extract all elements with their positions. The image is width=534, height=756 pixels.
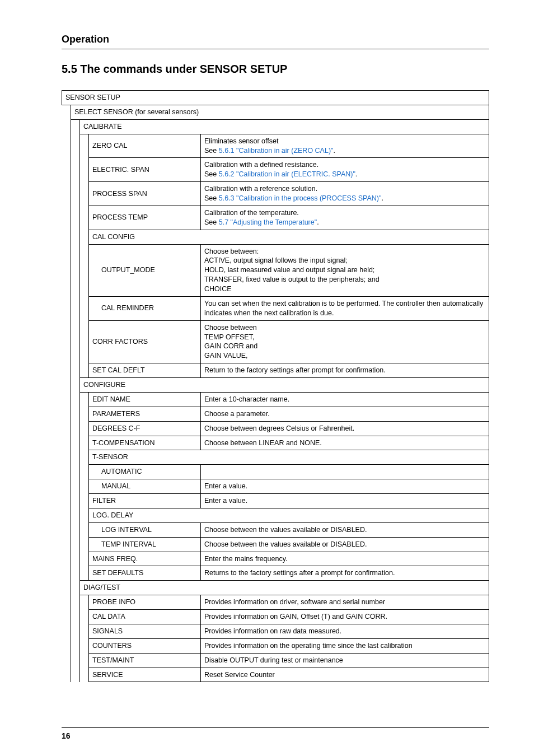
- table-row: DIAG/TEST: [62, 581, 489, 595]
- table-row: CAL CONFIG: [62, 230, 489, 244]
- cell-cal-data-desc: Provides information on GAIN, Offset (T)…: [201, 610, 489, 624]
- table-row: CORR FACTORS Choose between TEMP OFFSET,…: [62, 320, 489, 363]
- cell-log-delay: LOG. DELAY: [89, 508, 489, 522]
- indent-cell: [80, 392, 89, 580]
- table-row: LOG. DELAY: [62, 508, 489, 522]
- cell-process-temp: PROCESS TEMP: [89, 206, 201, 230]
- cell-parameters: PARAMETERS: [89, 407, 201, 421]
- cell-service: SERVICE: [89, 668, 201, 682]
- cell-cal-reminder: CAL REMINDER: [89, 296, 201, 320]
- cell-t-comp: T-COMPENSATION: [89, 436, 201, 450]
- cell-service-desc: Reset Service Counter: [201, 668, 489, 682]
- page-number: 16: [62, 731, 71, 740]
- text: Calibration with a reference solution.: [204, 185, 317, 193]
- table-wrap: SENSOR SETUP SELECT SENSOR (for several …: [62, 90, 489, 682]
- cell-manual-desc: Enter a value.: [201, 479, 489, 494]
- table-row: PROCESS TEMP Calibration of the temperat…: [62, 206, 489, 230]
- table-row: MAINS FREQ. Enter the mains frequency.: [62, 552, 489, 566]
- text: Calibration of the temperature.: [204, 209, 299, 217]
- text: .: [355, 170, 357, 178]
- cell-edit-name: EDIT NAME: [89, 392, 201, 407]
- top-rule: [62, 49, 489, 49]
- table-row: CAL DATA Provides information on GAIN, O…: [62, 610, 489, 624]
- indent-cell: [71, 119, 80, 682]
- text: See: [204, 170, 219, 178]
- cell-temp-interval: TEMP INTERVAL: [89, 537, 201, 552]
- table-row: EDIT NAME Enter a 10-character name.: [62, 392, 489, 407]
- table-row: ELECTRIC. SPAN Calibration with a define…: [62, 158, 489, 182]
- sensor-setup-table: SENSOR SETUP SELECT SENSOR (for several …: [62, 90, 489, 682]
- table-row: OUTPUT_MODE Choose between: ACTIVE, outp…: [62, 244, 489, 296]
- table-row: PARAMETERS Choose a parameter.: [62, 407, 489, 421]
- cell-electric-span-desc: Calibration with a defined resistance. S…: [201, 158, 489, 182]
- indent-cell: [80, 595, 89, 682]
- table-row: FILTER Enter a value.: [62, 494, 489, 508]
- link-electric-span[interactable]: 5.6.2 "Calibration in air (ELECTRIC. SPA…: [219, 170, 355, 178]
- link-process-temp[interactable]: 5.7 "Adjusting the Temperature": [219, 218, 317, 226]
- cell-set-cal-deflt: SET CAL DEFLT: [89, 363, 201, 378]
- indent-cell: [80, 134, 89, 377]
- table-row: AUTOMATIC: [62, 465, 489, 479]
- table-row: PROBE INFO Provides information on drive…: [62, 595, 489, 610]
- table-row: TEST/MAINT Disable OUTPUT during test or…: [62, 653, 489, 668]
- cell-log-interval: LOG INTERVAL: [89, 522, 201, 537]
- table-row: CONFIGURE: [62, 378, 489, 393]
- cell-output-mode: OUTPUT_MODE: [89, 244, 201, 296]
- cell-probe-info-desc: Provides information on driver, software…: [201, 595, 489, 610]
- link-zero-cal[interactable]: 5.6.1 "Calibration in air (ZERO CAL)": [219, 147, 334, 155]
- cell-zero-cal-desc: Eliminates sensor offset See 5.6.1 "Cali…: [201, 134, 489, 158]
- text: .: [334, 147, 335, 155]
- table-row: COUNTERS Provides information on the ope…: [62, 638, 489, 653]
- cell-test-maint-desc: Disable OUTPUT during test or maintenanc…: [201, 653, 489, 668]
- cell-process-temp-desc: Calibration of the temperature. See 5.7 …: [201, 206, 489, 230]
- table-row: LOG INTERVAL Choose between the values a…: [62, 522, 489, 537]
- bottom-rule: [62, 727, 489, 728]
- table-row: PROCESS SPAN Calibration with a referenc…: [62, 182, 489, 206]
- cell-corr-factors-desc: Choose between TEMP OFFSET, GAIN CORR an…: [201, 320, 489, 363]
- text: See: [204, 147, 219, 155]
- link-process-span[interactable]: 5.6.3 "Calibration in the process (PROCE…: [219, 194, 382, 202]
- table-row: MANUAL Enter a value.: [62, 479, 489, 494]
- text: .: [317, 218, 318, 226]
- cell-counters-desc: Provides information on the operating ti…: [201, 638, 489, 653]
- cell-degrees-cf-desc: Choose between degrees Celsius or Fahren…: [201, 421, 489, 436]
- cell-mains-freq-desc: Enter the mains frequency.: [201, 552, 489, 566]
- cell-cal-config: CAL CONFIG: [89, 230, 489, 244]
- table-row: SENSOR SETUP: [62, 91, 489, 105]
- running-head: Operation: [62, 34, 489, 45]
- cell-test-maint: TEST/MAINT: [89, 653, 201, 668]
- cell-set-cal-deflt-desc: Return to the factory settings after pro…: [201, 363, 489, 378]
- cell-filter-desc: Enter a value.: [201, 494, 489, 508]
- table-row: T-COMPENSATION Choose between LINEAR and…: [62, 436, 489, 450]
- cell-set-defaults: SET DEFAULTS: [89, 566, 201, 581]
- table-row: SIGNALS Provides information on raw data…: [62, 624, 489, 638]
- text: .: [381, 194, 383, 202]
- cell-edit-name-desc: Enter a 10-character name.: [201, 392, 489, 407]
- cell-manual: MANUAL: [89, 479, 201, 494]
- text: See: [204, 194, 219, 202]
- cell-diag-test: DIAG/TEST: [80, 581, 489, 595]
- cell-counters: COUNTERS: [89, 638, 201, 653]
- cell-process-span-desc: Calibration with a reference solution. S…: [201, 182, 489, 206]
- cell-filter: FILTER: [89, 494, 201, 508]
- table-row: SET CAL DEFLT Return to the factory sett…: [62, 363, 489, 378]
- cell-cal-data: CAL DATA: [89, 610, 201, 624]
- cell-parameters-desc: Choose a parameter.: [201, 407, 489, 421]
- table-row: DEGREES C-F Choose between degrees Celsi…: [62, 421, 489, 436]
- table-row: ZERO CAL Eliminates sensor offset See 5.…: [62, 134, 489, 158]
- cell-signals-desc: Provides information on raw data measure…: [201, 624, 489, 638]
- cell-probe-info: PROBE INFO: [89, 595, 201, 610]
- cell-cal-reminder-desc: You can set when the next calibration is…: [201, 296, 489, 320]
- text: Eliminates sensor offset: [204, 137, 278, 145]
- cell-temp-interval-desc: Choose between the values available or D…: [201, 537, 489, 552]
- cell-configure: CONFIGURE: [80, 378, 489, 393]
- cell-calibrate: CALIBRATE: [80, 119, 489, 134]
- cell-t-comp-desc: Choose between LINEAR and NONE.: [201, 436, 489, 450]
- table-row: SERVICE Reset Service Counter: [62, 668, 489, 682]
- text: See: [204, 218, 219, 226]
- cell-degrees-cf: DEGREES C-F: [89, 421, 201, 436]
- cell-zero-cal: ZERO CAL: [89, 134, 201, 158]
- cell-t-sensor: T-SENSOR: [89, 450, 489, 465]
- cell-electric-span: ELECTRIC. SPAN: [89, 158, 201, 182]
- cell-corr-factors: CORR FACTORS: [89, 320, 201, 363]
